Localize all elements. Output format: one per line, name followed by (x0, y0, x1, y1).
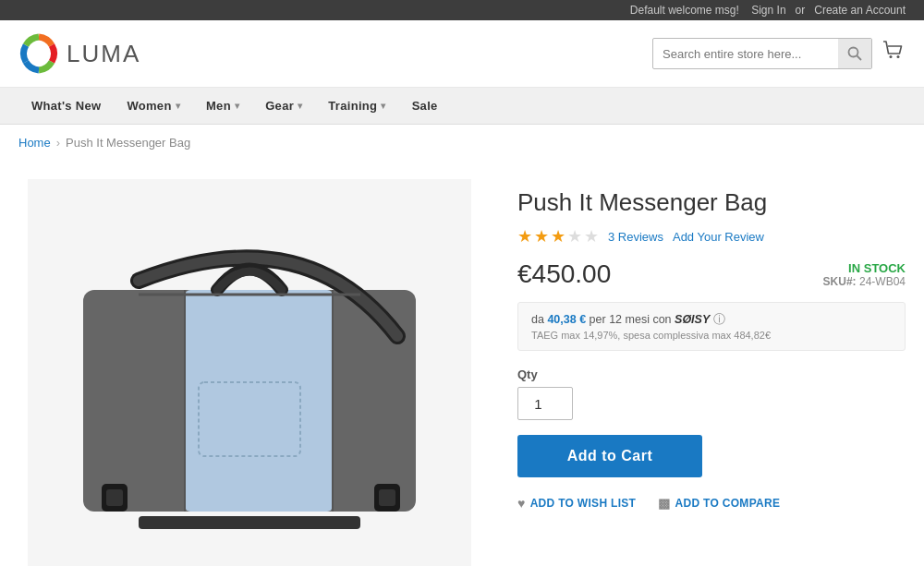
sign-in-link[interactable]: Sign In (751, 4, 785, 17)
svg-point-1 (849, 48, 858, 57)
logo-icon (18, 33, 59, 74)
product-image (28, 179, 471, 566)
star-2: ★ (534, 226, 549, 247)
welcome-message: Default welcome msg! (630, 4, 739, 17)
nav-men[interactable]: Men ▾ (193, 88, 252, 124)
svg-rect-10 (106, 489, 123, 506)
reviews-link[interactable]: 3 Reviews (608, 230, 663, 244)
secondary-actions: ♥ ADD TO WISH LIST ▩ ADD TO COMPARE (517, 496, 906, 511)
search-icon (847, 46, 862, 61)
sku-value: 24-WB04 (859, 275, 906, 288)
breadcrumb-separator: › (56, 136, 60, 150)
search-bar (652, 38, 872, 69)
heart-icon: ♥ (517, 496, 526, 511)
chevron-down-icon: ▾ (298, 101, 302, 111)
financing-mid: per (590, 313, 606, 326)
main-nav: What's New Women ▾ Men ▾ Gear ▾ Training (0, 88, 924, 125)
star-5: ★ (584, 226, 599, 247)
rating-row: ★ ★ ★ ★ ★ 3 Reviews Add Your Review (517, 226, 906, 247)
cart-button[interactable] (881, 39, 906, 68)
financing-con: con (652, 313, 671, 326)
nav-whats-new[interactable]: What's New (18, 88, 114, 124)
top-bar: Default welcome msg! Sign In or Create a… (0, 0, 924, 20)
product-price: €450.00 (517, 259, 611, 289)
financing-period: 12 mesi (609, 313, 650, 326)
cart-icon (881, 39, 906, 63)
chevron-down-icon: ▾ (381, 101, 385, 111)
breadcrumb: Home › Push It Messenger Bag (0, 125, 924, 161)
search-button[interactable] (838, 39, 871, 68)
qty-section: Qty (517, 367, 906, 420)
svg-point-3 (890, 55, 893, 58)
nav-sale[interactable]: Sale (399, 88, 451, 124)
financing-sub-text: TAEG max 14,97%, spesa complessiva max 4… (531, 330, 892, 341)
qty-label: Qty (517, 367, 906, 381)
nav-women[interactable]: Women ▾ (114, 88, 193, 124)
breadcrumb-current: Push It Messenger Bag (66, 136, 190, 150)
add-review-link[interactable]: Add Your Review (673, 230, 764, 244)
stock-status: IN STOCK (823, 261, 906, 275)
product-bag-illustration (46, 198, 453, 548)
financing-brand: SØISY (675, 313, 710, 326)
nav-gear[interactable]: Gear ▾ (252, 88, 315, 124)
star-4: ★ (567, 226, 582, 247)
qty-input[interactable] (517, 387, 573, 420)
product-page: Push It Messenger Bag ★ ★ ★ ★ ★ 3 Review… (0, 161, 924, 566)
bar-chart-icon: ▩ (658, 496, 670, 511)
chevron-down-icon: ▾ (176, 101, 180, 111)
svg-line-2 (857, 56, 862, 61)
star-rating: ★ ★ ★ ★ ★ (517, 226, 599, 247)
add-to-compare-link[interactable]: ▩ ADD TO COMPARE (658, 496, 780, 511)
product-title: Push It Messenger Bag (517, 188, 906, 217)
price-stock-row: €450.00 IN STOCK SKU#: 24-WB04 (517, 259, 906, 289)
logo[interactable]: LUMA (18, 33, 140, 74)
create-account-link[interactable]: Create an Account (814, 4, 906, 17)
financing-amount: 40,38 € (547, 313, 586, 326)
add-to-wishlist-link[interactable]: ♥ ADD TO WISH LIST (517, 496, 636, 511)
sku-info: SKU#: 24-WB04 (823, 275, 906, 288)
product-image-column (18, 179, 480, 566)
star-1: ★ (517, 226, 532, 247)
svg-rect-12 (379, 489, 395, 506)
logo-text: LUMA (67, 40, 140, 68)
svg-point-4 (897, 55, 900, 58)
site-header: LUMA (0, 20, 924, 88)
chevron-down-icon: ▾ (235, 101, 239, 111)
financing-info-icon[interactable]: ⓘ (713, 313, 725, 326)
product-info-column: Push It Messenger Bag ★ ★ ★ ★ ★ 3 Review… (517, 179, 906, 566)
add-to-cart-button[interactable]: Add to Cart (517, 435, 702, 477)
search-input[interactable] (653, 47, 838, 61)
star-3: ★ (551, 226, 565, 247)
header-right (652, 38, 906, 69)
breadcrumb-home[interactable]: Home (18, 136, 51, 150)
financing-prefix: da (531, 313, 544, 326)
financing-bar: da 40,38 € per 12 mesi con SØISY ⓘ TAEG … (517, 302, 906, 351)
nav-training[interactable]: Training ▾ (315, 88, 398, 124)
or-separator: or (796, 4, 806, 17)
svg-rect-6 (185, 290, 333, 512)
svg-rect-13 (139, 516, 360, 529)
sku-label: SKU#: (823, 275, 857, 288)
stock-info: IN STOCK SKU#: 24-WB04 (823, 261, 906, 288)
